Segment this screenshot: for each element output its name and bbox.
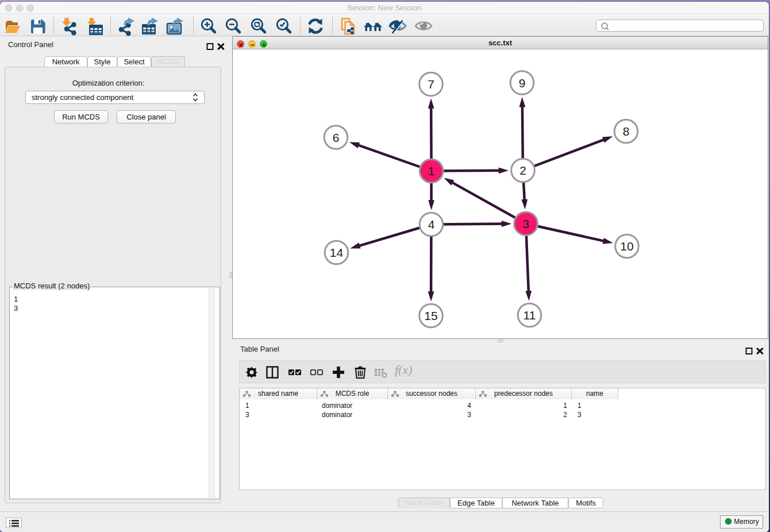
svg-text:4: 4 bbox=[428, 218, 435, 231]
svg-text:15: 15 bbox=[424, 309, 437, 322]
svg-text:2: 2 bbox=[519, 164, 526, 177]
svg-text:3: 3 bbox=[522, 217, 529, 230]
svg-text:6: 6 bbox=[333, 131, 340, 144]
svg-text:14: 14 bbox=[330, 246, 344, 259]
svg-text:8: 8 bbox=[623, 125, 630, 138]
svg-text:9: 9 bbox=[519, 76, 526, 90]
svg-text:11: 11 bbox=[523, 309, 536, 322]
svg-text:7: 7 bbox=[428, 78, 434, 91]
svg-text:10: 10 bbox=[620, 240, 633, 253]
svg-text:1: 1 bbox=[428, 164, 435, 178]
